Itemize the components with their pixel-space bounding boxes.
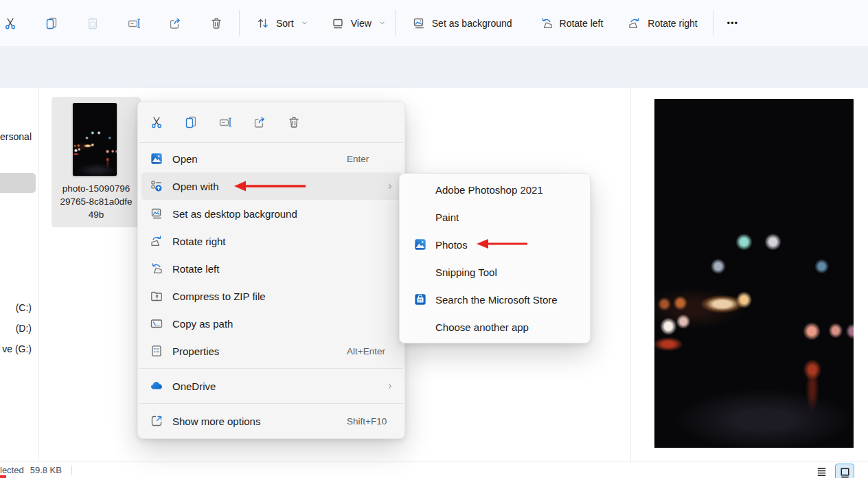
view-label: View bbox=[351, 18, 372, 29]
context-menu: Open Enter Open with Set as desktop back… bbox=[137, 101, 405, 439]
delete-button[interactable] bbox=[282, 110, 306, 135]
paste-button bbox=[79, 10, 106, 37]
show-more-options-icon bbox=[150, 414, 163, 428]
nav-pane-divider bbox=[38, 88, 39, 462]
paste-icon bbox=[86, 16, 100, 30]
delete-button[interactable] bbox=[203, 10, 230, 37]
cut-button[interactable] bbox=[0, 10, 24, 37]
address-row: This PC Desktop new bbox=[0, 46, 868, 88]
sidebar-item-personal[interactable]: ersonal bbox=[0, 130, 32, 143]
submenu-item-photos[interactable]: Photos bbox=[403, 231, 586, 258]
file-thumbnail[interactable] bbox=[73, 103, 117, 176]
rename-button[interactable] bbox=[213, 110, 238, 135]
submenu-item-paint[interactable]: Paint bbox=[403, 203, 586, 231]
menu-item-set-as-desktop-background[interactable]: Set as desktop background bbox=[141, 200, 401, 227]
empty-icon-slot bbox=[414, 266, 426, 278]
quick-actions-row bbox=[138, 102, 404, 142]
copy-button[interactable] bbox=[38, 10, 65, 37]
rotate-right-button[interactable]: Rotate right bbox=[621, 10, 704, 37]
set-as-background-label: Set as background bbox=[432, 18, 512, 29]
photos-app-icon bbox=[414, 238, 426, 251]
rotate-left-icon bbox=[540, 16, 553, 30]
share-icon bbox=[168, 16, 182, 30]
see-more-button[interactable]: ••• bbox=[719, 10, 746, 37]
submenu-item-search-microsoft-store[interactable]: Search the Microsoft Store bbox=[403, 286, 586, 313]
trash-icon bbox=[287, 115, 301, 129]
copy-icon bbox=[184, 115, 198, 129]
menu-item-rotate-left[interactable]: Rotate left bbox=[141, 255, 401, 282]
sidebar-item-drive-c[interactable]: (C:) bbox=[0, 301, 32, 314]
copy-icon bbox=[45, 16, 58, 30]
trash-icon bbox=[209, 16, 223, 30]
cut-icon bbox=[150, 115, 163, 129]
chevron-right-icon bbox=[385, 181, 395, 192]
sort-label: Sort bbox=[276, 18, 294, 29]
sort-button[interactable]: Sort bbox=[249, 10, 316, 37]
share-button[interactable] bbox=[161, 10, 189, 37]
toolbar-separator bbox=[713, 10, 713, 36]
submenu-item-snipping-tool[interactable]: Snipping Tool bbox=[403, 258, 586, 286]
details-view-button[interactable] bbox=[813, 464, 830, 478]
cut-icon bbox=[3, 16, 17, 30]
onedrive-icon bbox=[150, 379, 163, 393]
empty-icon-slot bbox=[414, 183, 426, 196]
menu-item-compress-to-zip[interactable]: Compress to ZIP file bbox=[141, 282, 401, 310]
set-as-background-icon bbox=[150, 207, 163, 220]
rename-button[interactable] bbox=[120, 10, 148, 37]
ellipsis-icon: ••• bbox=[727, 18, 738, 28]
shortcut-alt-enter: Alt+Enter bbox=[347, 346, 395, 356]
preview-pane-divider bbox=[630, 88, 631, 462]
submenu-item-choose-another-app[interactable]: Choose another app bbox=[403, 313, 586, 341]
sidebar-item-drive-d[interactable]: (D:) bbox=[0, 322, 32, 334]
large-thumbnail-view-button[interactable] bbox=[835, 464, 854, 478]
empty-icon-slot bbox=[414, 211, 426, 223]
shortcut-enter: Enter bbox=[347, 154, 395, 164]
share-icon bbox=[253, 115, 266, 129]
view-icon bbox=[331, 16, 345, 30]
set-as-background-icon bbox=[412, 16, 426, 30]
preview-pane-image bbox=[654, 99, 854, 448]
sort-icon bbox=[256, 16, 270, 30]
view-button[interactable]: View bbox=[324, 10, 393, 37]
status-bar: lected 59.8 KB bbox=[0, 462, 868, 478]
rename-icon bbox=[218, 115, 232, 129]
file-size-text: 59.8 KB bbox=[30, 465, 62, 475]
rotate-right-label: Rotate right bbox=[648, 18, 697, 29]
open-with-icon bbox=[150, 179, 163, 193]
menu-item-rotate-right[interactable]: Rotate right bbox=[141, 227, 401, 255]
share-button[interactable] bbox=[247, 110, 272, 135]
menu-item-show-more-options[interactable]: Show more options Shift+F10 bbox=[141, 407, 401, 435]
rotate-left-label: Rotate left bbox=[560, 18, 604, 29]
menu-separator bbox=[139, 368, 403, 369]
sidebar-item-drive-g[interactable]: ve (G:) bbox=[0, 343, 32, 355]
rotate-right-icon bbox=[150, 234, 163, 248]
chevron-down-icon bbox=[378, 19, 387, 27]
status-separator bbox=[71, 466, 72, 475]
copy-as-path-icon bbox=[150, 317, 163, 330]
menu-items: Open Enter Open with Set as desktop back… bbox=[138, 143, 404, 435]
set-as-background-button[interactable]: Set as background bbox=[405, 10, 519, 37]
red-dash-fragment bbox=[0, 475, 6, 478]
sidebar-item-selected[interactable] bbox=[0, 173, 36, 193]
thumbnail-view-icon bbox=[838, 466, 852, 478]
zip-folder-icon bbox=[150, 289, 163, 303]
file-item-photo[interactable]: photo-15090796 29765-8c81a0dfe 49b bbox=[52, 97, 141, 227]
submenu-item-adobe-photoshop[interactable]: Adobe Photoshop 2021 bbox=[403, 176, 586, 203]
details-view-icon bbox=[815, 465, 828, 478]
open-with-submenu: Adobe Photoshop 2021 Paint Photos Snippi… bbox=[399, 173, 591, 343]
menu-separator bbox=[139, 403, 403, 404]
menu-item-open[interactable]: Open Enter bbox=[141, 145, 401, 172]
menu-item-open-with[interactable]: Open with bbox=[141, 172, 401, 200]
cut-button[interactable] bbox=[144, 110, 169, 135]
selection-status-text: lected bbox=[0, 465, 24, 475]
command-toolbar: Sort View Set as background Rotate left … bbox=[0, 0, 868, 46]
toolbar-separator bbox=[395, 10, 396, 36]
menu-item-onedrive[interactable]: OneDrive bbox=[141, 372, 401, 400]
rename-icon bbox=[127, 16, 141, 30]
copy-button[interactable] bbox=[179, 110, 203, 135]
menu-item-copy-as-path[interactable]: Copy as path bbox=[141, 310, 401, 337]
rotate-left-button[interactable]: Rotate left bbox=[533, 10, 610, 37]
menu-item-properties[interactable]: Properties Alt+Enter bbox=[141, 337, 401, 365]
file-explorer-window: { "toolbar": { "sort": "Sort", "view": "… bbox=[0, 0, 868, 478]
empty-icon-slot bbox=[414, 321, 426, 333]
